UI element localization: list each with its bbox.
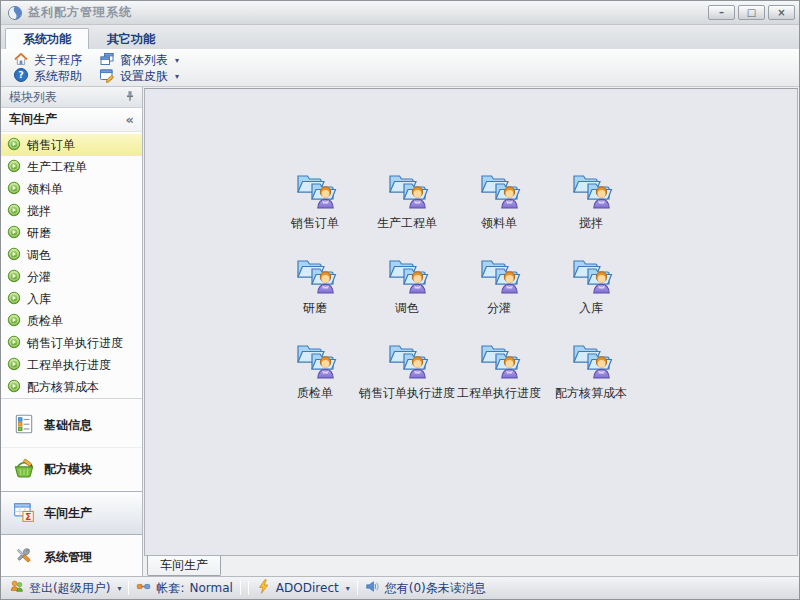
sidebar-item-material-request[interactable]: 领料单 [1,178,142,200]
app-logo-icon [7,5,23,21]
collapse-icon[interactable]: « [126,112,134,127]
account-set-label: 帐套: [156,580,184,597]
document-tab-row: 车间生产 [143,556,799,576]
sidebar-item-grinding[interactable]: 研磨 [1,222,142,244]
set-skin-label: 设置皮肤 [120,68,168,85]
folder-user-icon [569,254,613,297]
statusbar-separator [357,581,358,595]
form-list-label: 窗体列表 [120,52,168,69]
basket-pencil-icon [13,457,35,482]
lightning-icon [256,579,271,597]
sidebar-item-tinting[interactable]: 调色 [1,244,142,266]
close-button[interactable]: × [768,5,795,20]
tab-system-functions[interactable]: 系统功能 [5,28,89,49]
nav-formula-module[interactable]: 配方模块 [1,447,142,491]
ribbon-tab-row: 系统功能 其它功能 [1,25,799,49]
module-icon-sales-order-progress[interactable]: 销售订单执行进度 [361,339,453,424]
window-title: 益利配方管理系统 [28,4,708,21]
data-provider-label: ADODirect [276,581,339,595]
module-label: 销售订单 [291,215,339,232]
about-program-label: 关于程序 [34,52,82,69]
module-icon-production-order[interactable]: 生产工程单 [361,169,453,254]
speaker-icon [365,579,380,597]
sidebar-item-label: 分灌 [27,269,51,286]
tab-other-functions[interactable]: 其它功能 [89,28,173,49]
sidebar-item-label: 领料单 [27,181,63,198]
sidebar-item-sales-order-progress[interactable]: 销售订单执行进度 [1,332,142,354]
folder-user-icon [477,169,521,212]
module-icon-formula-cost[interactable]: 配方核算成本 [545,339,637,424]
green-go-icon [7,291,21,308]
folder-user-icon [569,339,613,382]
module-label: 质检单 [297,385,333,402]
folder-user-icon [477,339,521,382]
maximize-button[interactable]: □ [738,5,765,20]
chevron-down-icon: ▾ [175,56,179,65]
data-provider-button[interactable]: ADODirect ▾ [256,579,350,597]
module-icon-quality-inspection[interactable]: 质检单 [269,339,361,424]
unread-messages-label: 您有(0)条未读消息 [385,580,486,597]
green-go-icon [7,159,21,176]
main-panel: 销售订单 生产工程单 领料单 搅拌 [143,87,799,576]
sidebar-item-work-order-progress[interactable]: 工程单执行进度 [1,354,142,376]
green-go-icon [7,137,21,154]
logout-button[interactable]: 登出(超级用户) ▾ [9,579,121,597]
chevron-down-icon: ▾ [117,584,121,593]
green-go-icon [7,181,21,198]
module-list: 销售订单 生产工程单 领料单 搅拌 研磨 [1,132,142,398]
sidebar-item-label: 入库 [27,291,51,308]
nav-basic-info[interactable]: 基础信息 [1,403,142,447]
nav-label: 基础信息 [44,417,92,434]
chevron-down-icon: ▾ [175,72,179,81]
sidebar-item-warehousing[interactable]: 入库 [1,288,142,310]
doc-tab-workshop-production[interactable]: 车间生产 [147,555,221,576]
sidebar-item-label: 配方核算成本 [27,379,99,396]
module-icon-warehousing[interactable]: 入库 [545,254,637,339]
module-icon-material-request[interactable]: 领料单 [453,169,545,254]
set-skin-button[interactable]: 设置皮肤 ▾ [95,67,183,86]
sidebar-item-sales-order[interactable]: 销售订单 [1,134,142,156]
sidebar-panel-title: 车间生产 « [1,108,142,132]
green-go-icon [7,247,21,264]
module-canvas: 销售订单 生产工程单 领料单 搅拌 [144,88,798,556]
sidebar-item-quality-inspection[interactable]: 质检单 [1,310,142,332]
nav-system-management[interactable]: 系统管理 [1,535,142,579]
nav-label: 配方模块 [44,461,92,478]
minimize-button[interactable]: – [708,5,735,20]
info-list-icon [13,413,35,438]
system-help-button[interactable]: 系统帮助 [9,67,95,86]
statusbar-separator [128,581,129,595]
module-icon-work-order-progress[interactable]: 工程单执行进度 [453,339,545,424]
unread-messages-button[interactable]: 您有(0)条未读消息 [365,579,486,597]
module-label: 分灌 [487,300,511,317]
sidebar-item-label: 搅拌 [27,203,51,220]
folder-user-icon [293,339,337,382]
account-set-indicator: 帐套: Normal [136,579,232,597]
module-icon-mixing[interactable]: 搅拌 [545,169,637,254]
module-icon-sales-order[interactable]: 销售订单 [269,169,361,254]
sidebar-header-label: 模块列表 [9,89,57,106]
folder-user-icon [293,254,337,297]
app-window: 益利配方管理系统 – □ × 系统功能 其它功能 关于程序 窗体列表 ▾ [0,0,800,600]
statusbar-separator [248,581,249,595]
module-label: 生产工程单 [377,215,437,232]
sidebar-item-mixing[interactable]: 搅拌 [1,200,142,222]
module-label: 工程单执行进度 [457,385,541,402]
sidebar-item-filling[interactable]: 分灌 [1,266,142,288]
ribbon-toolbar: 关于程序 窗体列表 ▾ 系统帮助 设置皮肤 ▾ [1,49,799,87]
module-icon-filling[interactable]: 分灌 [453,254,545,339]
green-go-icon [7,313,21,330]
pin-icon[interactable] [124,90,136,105]
module-label: 入库 [579,300,603,317]
folder-user-icon [477,254,521,297]
sidebar-item-production-order[interactable]: 生产工程单 [1,156,142,178]
green-go-icon [7,335,21,352]
nav-label: 系统管理 [44,549,92,566]
system-help-label: 系统帮助 [34,68,82,85]
module-icon-grinding[interactable]: 研磨 [269,254,361,339]
sidebar-item-formula-cost[interactable]: 配方核算成本 [1,376,142,398]
folder-user-icon [293,169,337,212]
chevron-down-icon: ▾ [346,584,350,593]
nav-workshop-production[interactable]: 车间生产 [1,491,142,535]
module-icon-tinting[interactable]: 调色 [361,254,453,339]
